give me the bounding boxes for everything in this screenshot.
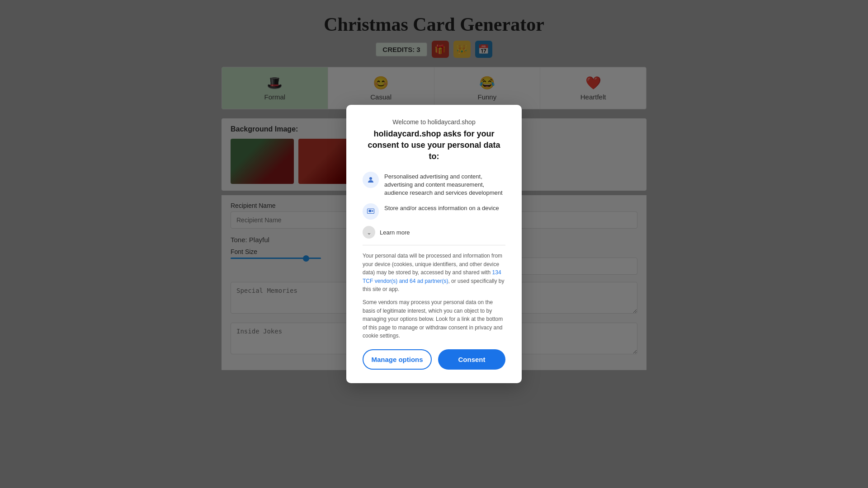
modal-body-text-1: Your personal data will be processed and… bbox=[363, 252, 505, 294]
learn-more-label[interactable]: Learn more bbox=[380, 229, 410, 236]
consent-item-device: Store and/or access information on a dev… bbox=[363, 203, 505, 220]
person-icon bbox=[363, 172, 379, 188]
consent-advertising-text: Personalised advertising and content, ad… bbox=[384, 172, 505, 197]
modal-title: holidaycard.shop asks for your consent t… bbox=[363, 128, 505, 163]
modal-buttons: Manage options Consent bbox=[363, 349, 505, 370]
consent-button[interactable]: Consent bbox=[438, 349, 505, 370]
vendor-link[interactable]: 134 TCF vendor(s) and 64 ad partner(s) bbox=[363, 269, 501, 284]
svg-rect-3 bbox=[372, 210, 373, 212]
manage-options-button[interactable]: Manage options bbox=[363, 349, 432, 370]
modal-overlay: Welcome to holidaycard.shop holidaycard.… bbox=[0, 0, 868, 488]
modal-body-text-2: Some vendors may process your personal d… bbox=[363, 298, 505, 340]
svg-point-0 bbox=[369, 177, 372, 180]
learn-more-row[interactable]: ⌄ Learn more bbox=[363, 226, 505, 239]
device-icon bbox=[363, 203, 379, 220]
consent-modal: Welcome to holidaycard.shop holidaycard.… bbox=[346, 105, 522, 383]
modal-divider-1 bbox=[363, 245, 505, 245]
svg-rect-2 bbox=[369, 210, 372, 212]
learn-more-chevron-icon[interactable]: ⌄ bbox=[363, 226, 375, 239]
modal-subtitle: Welcome to holidaycard.shop bbox=[363, 118, 505, 126]
consent-device-text: Store and/or access information on a dev… bbox=[384, 203, 499, 212]
consent-item-advertising: Personalised advertising and content, ad… bbox=[363, 172, 505, 197]
